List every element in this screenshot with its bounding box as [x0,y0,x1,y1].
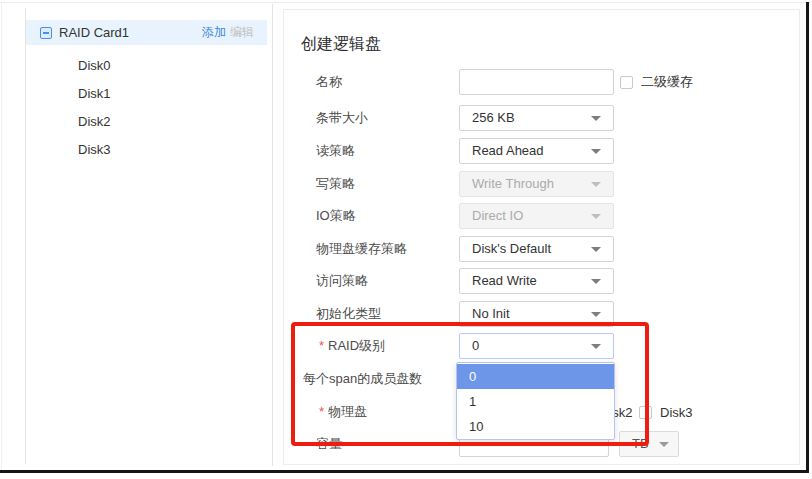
disk3-checkbox[interactable] [639,406,652,419]
row-name: 名称 二级缓存 [284,69,799,95]
required-asterisk: * [319,404,324,419]
io-policy-value: Direct IO [472,208,523,223]
capacity-label: 容量 [316,431,342,457]
chevron-down-icon [659,442,669,447]
write-policy-value: Write Through [472,176,554,191]
disk3-checkbox-label: Disk3 [660,405,693,420]
physical-disks-label-text: 物理盘 [328,404,367,419]
raid-level-dropdown-list: 0 1 10 [456,362,615,440]
io-policy-select: Direct IO [459,203,614,229]
secondary-cache-label: 二级缓存 [641,73,693,91]
row-access-policy: 访问策略 Read Write [284,268,799,294]
name-label: 名称 [316,69,342,95]
page-title: 创建逻辑盘 [301,34,381,55]
secondary-cache-option: 二级缓存 [620,69,693,95]
init-type-select[interactable]: No Init [459,301,614,327]
chevron-down-icon [591,312,601,317]
disk3-checkbox-item: Disk3 [639,405,699,420]
name-input[interactable] [459,69,614,95]
stripe-size-value: 256 KB [472,110,515,125]
access-policy-label: 访问策略 [316,268,368,294]
init-type-label: 初始化类型 [316,301,381,327]
sidebar-divider [272,4,273,466]
io-policy-label: IO策略 [316,203,356,229]
row-stripe-size: 条带大小 256 KB [284,105,799,131]
raid-level-label-text: RAID级别 [328,338,385,353]
write-policy-label: 写策略 [316,171,355,197]
frame-edge-right [806,2,809,473]
add-link[interactable]: 添加 [202,24,226,41]
read-policy-select[interactable]: Read Ahead [459,138,614,164]
chevron-down-icon [591,344,601,349]
access-policy-value: Read Write [472,273,537,288]
row-pd-cache-policy: 物理盘缓存策略 Disk's Default [284,236,799,262]
raid-level-value: 0 [472,338,479,353]
raid-level-option-1[interactable]: 1 [457,389,614,414]
frame-edge-bottom [0,470,809,473]
raid-level-option-10[interactable]: 10 [457,414,614,439]
chevron-down-icon [591,116,601,121]
chevron-down-icon [591,149,601,154]
raid-config-screen: RAID Card1 添加 编辑 Disk0 Disk1 Disk2 Disk3… [0,0,812,479]
frame-edge-left [1,2,2,471]
row-raid-level: *RAID级别 0 [284,333,799,359]
stripe-size-select[interactable]: 256 KB [459,105,614,131]
row-read-policy: 读策略 Read Ahead [284,138,799,164]
chevron-down-icon [591,279,601,284]
physical-disks-label: *物理盘 [319,399,367,425]
write-policy-select: Write Through [459,171,614,197]
sidebar-item-disk2[interactable]: Disk2 [78,113,111,131]
capacity-unit-value: TB [632,436,649,451]
stripe-size-label: 条带大小 [316,105,368,131]
raid-level-option-0[interactable]: 0 [457,364,614,389]
row-io-policy: IO策略 Direct IO [284,203,799,229]
edit-link[interactable]: 编辑 [230,24,254,41]
sidebar-item-disk0[interactable]: Disk0 [78,57,111,75]
pd-cache-policy-select[interactable]: Disk's Default [459,236,614,262]
sidebar-left-border [25,8,26,464]
secondary-cache-checkbox[interactable] [620,76,633,89]
sidebar-item-raid-card[interactable]: RAID Card1 添加 编辑 [26,20,267,45]
read-policy-value: Read Ahead [472,143,544,158]
pd-cache-policy-label: 物理盘缓存策略 [316,236,407,262]
chevron-down-icon [591,182,601,187]
collapse-minus-icon[interactable] [40,27,52,39]
capacity-unit-select[interactable]: TB [619,431,679,457]
row-init-type: 初始化类型 No Init [284,301,799,327]
access-policy-select[interactable]: Read Write [459,268,614,294]
chevron-down-icon [591,214,601,219]
required-asterisk: * [319,338,324,353]
raid-level-select[interactable]: 0 [459,333,614,359]
raid-level-label: *RAID级别 [319,333,385,359]
chevron-down-icon [591,247,601,252]
frame-edge-top [0,2,812,3]
raid-card-label: RAID Card1 [59,25,129,40]
read-policy-label: 读策略 [316,138,355,164]
init-type-value: No Init [472,306,510,321]
create-logical-disk-panel: 创建逻辑盘 名称 二级缓存 条带大小 256 KB 读策略 Read Ahead [283,9,800,465]
sidebar-item-disk1[interactable]: Disk1 [78,85,111,103]
span-members-label: 每个span的成员盘数 [303,366,422,392]
row-write-policy: 写策略 Write Through [284,171,799,197]
pd-cache-policy-value: Disk's Default [472,241,551,256]
sidebar-item-disk3[interactable]: Disk3 [78,141,111,159]
